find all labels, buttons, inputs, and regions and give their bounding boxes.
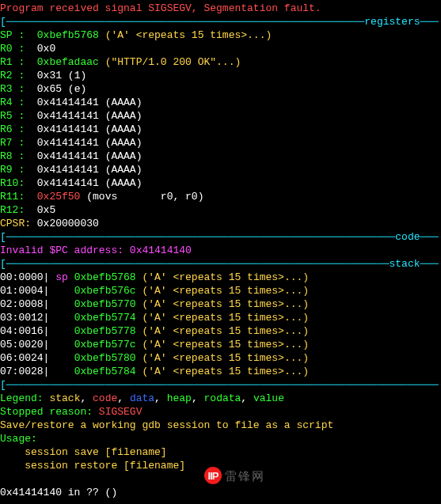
hint-line: Save/restore a working gdb session to fi… (0, 419, 439, 432)
section-end: [───────────────────────────────────────… (0, 378, 439, 392)
legend-line: Legend: stack, code, data, heap, rodata,… (0, 392, 439, 405)
registers-block: SP : 0xbefb5768 ('A' <repeats 15 times>.… (0, 28, 439, 230)
stack-row: 01:0004| 0xbefb576c ('A' <repeats 15 tim… (0, 284, 439, 297)
invalid-pc-line: Invalid $PC address: 0x41414140 (0, 244, 439, 257)
terminal-window: Program received signal SIGSEGV, Segment… (0, 0, 441, 504)
register-row: R3 : 0x65 (e) (0, 82, 439, 96)
bottom-line: 0x41414140 in ?? () (0, 486, 439, 499)
register-row: R1 : 0xbefadaac ("HTTP/1.0 200 OK"...) (0, 55, 439, 69)
stack-row: 05:0020| 0xbefb577c ('A' <repeats 15 tim… (0, 338, 439, 351)
register-row: R7 : 0x41414141 (AAAA) (0, 136, 439, 150)
section-registers: [───────────────────────────────────────… (0, 15, 439, 28)
register-row: R11: 0x25f50 (movs r0, r0) (0, 190, 439, 203)
register-row: R8 : 0x41414141 (AAAA) (0, 150, 439, 163)
section-code: [───────────────────────────────────────… (0, 230, 439, 244)
stack-row: 06:0024| 0xbefb5780 ('A' <repeats 15 tim… (0, 351, 439, 365)
watermark-badge: IlP (204, 467, 222, 484)
register-row: R9 : 0x41414141 (AAAA) (0, 163, 439, 176)
register-row: SP : 0xbefb5768 ('A' <repeats 15 times>.… (0, 28, 439, 42)
register-row: R10: 0x41414141 (AAAA) (0, 176, 439, 190)
usage-line-1: session save [filename] (0, 445, 439, 459)
section-stack: [───────────────────────────────────────… (0, 257, 439, 271)
watermark: IlP 雷锋网 (204, 467, 265, 484)
stack-row: 04:0016| 0xbefb5778 ('A' <repeats 15 tim… (0, 324, 439, 338)
stack-row: 07:0028| 0xbefb5784 ('A' <repeats 15 tim… (0, 365, 439, 378)
register-row: R12: 0x5 (0, 203, 439, 217)
stack-row: 02:0008| 0xbefb5770 ('A' <repeats 15 tim… (0, 297, 439, 311)
signal-line: Program received signal SIGSEGV, Segment… (0, 2, 439, 15)
stopped-line: Stopped reason: SIGSEGV (0, 405, 439, 419)
register-row: R6 : 0x41414141 (AAAA) (0, 123, 439, 136)
watermark-text: 雷锋网 (225, 469, 265, 483)
signal-text: Program received signal SIGSEGV, Segment… (0, 2, 321, 14)
register-row: R0 : 0x0 (0, 42, 439, 55)
register-row: R5 : 0x41414141 (AAAA) (0, 109, 439, 123)
register-row: R2 : 0x31 (1) (0, 69, 439, 82)
register-row: CPSR: 0x20000030 (0, 217, 439, 230)
stack-block: 00:0000| sp 0xbefb5768 ('A' <repeats 15 … (0, 271, 439, 378)
register-row: R4 : 0x41414141 (AAAA) (0, 96, 439, 109)
stack-row: 03:0012| 0xbefb5774 ('A' <repeats 15 tim… (0, 311, 439, 324)
stack-row: 00:0000| sp 0xbefb5768 ('A' <repeats 15 … (0, 271, 439, 284)
usage-label: Usage: (0, 432, 439, 445)
